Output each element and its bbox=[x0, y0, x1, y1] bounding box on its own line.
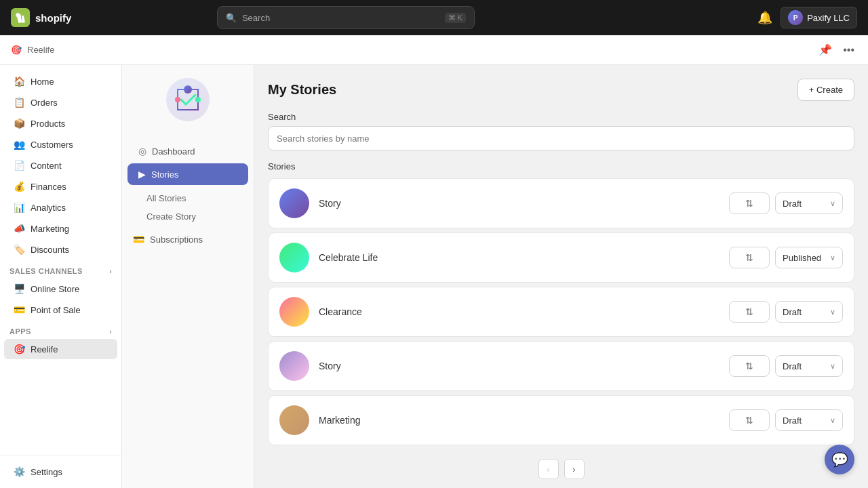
sidebar-item-home[interactable]: 🏠 Home bbox=[4, 71, 117, 92]
search-section: Search bbox=[268, 112, 854, 150]
secondary-nav-label-stories: Stories bbox=[151, 169, 178, 180]
sidebar-label-point-of-sale: Point of Sale bbox=[31, 305, 81, 315]
prev-page-button[interactable]: ‹ bbox=[538, 459, 559, 479]
status-chevron-3: ∨ bbox=[830, 308, 835, 317]
secondary-sidebar: ◎ Dashboard ▶ Stories All Stories Create… bbox=[122, 65, 254, 488]
sidebar-item-products[interactable]: 📦 Products bbox=[4, 113, 117, 134]
search-placeholder-text: Search bbox=[242, 13, 270, 23]
secondary-nav-stories[interactable]: ▶ Stories bbox=[127, 163, 248, 185]
sidebar-item-marketing[interactable]: 📣 Marketing bbox=[4, 218, 117, 239]
sidebar-item-reelife[interactable]: 🎯 Reelife bbox=[4, 339, 117, 359]
more-options-button[interactable]: ••• bbox=[840, 41, 857, 59]
story-card-2: Celebrate Life ⇅ Published ∨ bbox=[268, 232, 854, 283]
next-page-button[interactable]: › bbox=[564, 459, 585, 479]
breadcrumb-bar: 🎯 Reelife 📌 ••• bbox=[0, 35, 868, 65]
sort-icon-4: ⇅ bbox=[745, 361, 753, 371]
status-chevron-4: ∨ bbox=[830, 362, 835, 371]
sidebar-item-settings[interactable]: ⚙️ Settings bbox=[4, 462, 117, 482]
global-search-bar[interactable]: 🔍 Search ⌘ K bbox=[217, 6, 475, 29]
subscriptions-label: Subscriptions bbox=[150, 235, 203, 245]
story-sort-button-1[interactable]: ⇅ bbox=[729, 192, 770, 214]
account-avatar: P bbox=[788, 10, 803, 25]
story-sort-button-3[interactable]: ⇅ bbox=[729, 301, 770, 323]
story-status-dropdown-3[interactable]: Draft ∨ bbox=[775, 301, 843, 323]
svg-point-1 bbox=[184, 85, 192, 94]
stories-section-label: Stories bbox=[268, 161, 854, 171]
story-controls-2: ⇅ Published ∨ bbox=[729, 247, 843, 268]
secondary-nav-dashboard[interactable]: ◎ Dashboard bbox=[127, 140, 248, 162]
sort-icon-5: ⇅ bbox=[745, 415, 753, 426]
shopify-logo[interactable]: shopify bbox=[11, 8, 71, 27]
story-status-label-5: Draft bbox=[783, 415, 802, 426]
sidebar-label-marketing: Marketing bbox=[31, 224, 69, 234]
story-sort-button-4[interactable]: ⇅ bbox=[729, 355, 770, 377]
sidebar-item-customers[interactable]: 👥 Customers bbox=[4, 134, 117, 155]
page-header: My Stories + Create bbox=[268, 79, 854, 101]
shopify-logo-icon bbox=[11, 8, 30, 27]
create-story-label: Create Story bbox=[146, 211, 196, 222]
customers-icon: 👥 bbox=[14, 139, 25, 150]
sidebar-label-products: Products bbox=[31, 119, 65, 129]
sidebar-navigation: 🏠 Home 📋 Orders 📦 Products 👥 Customers 📄… bbox=[0, 65, 121, 455]
story-sort-button-2[interactable]: ⇅ bbox=[729, 247, 770, 268]
sidebar-label-discounts: Discounts bbox=[31, 245, 69, 255]
breadcrumb-app-icon: 🎯 bbox=[11, 45, 22, 55]
sidebar-item-orders[interactable]: 📋 Orders bbox=[4, 92, 117, 113]
analytics-icon: 📊 bbox=[14, 202, 25, 213]
sidebar-label-home: Home bbox=[31, 77, 54, 87]
sidebar-label-content: Content bbox=[31, 161, 62, 171]
account-button[interactable]: P Paxify LLC bbox=[781, 7, 857, 28]
secondary-nav-all-stories[interactable]: All Stories bbox=[136, 189, 254, 207]
sidebar-item-content[interactable]: 📄 Content bbox=[4, 155, 117, 176]
search-label: Search bbox=[268, 112, 854, 122]
notifications-button[interactable]: 🔔 bbox=[757, 10, 772, 25]
story-name-5: Marketing bbox=[319, 415, 719, 426]
sidebar-label-analytics: Analytics bbox=[31, 203, 66, 213]
sidebar-item-finances[interactable]: 💰 Finances bbox=[4, 176, 117, 197]
chat-widget[interactable]: 💬 bbox=[825, 445, 854, 474]
chat-icon: 💬 bbox=[831, 451, 848, 468]
online-store-icon: 🖥️ bbox=[14, 283, 25, 294]
sidebar-item-point-of-sale[interactable]: 💳 Point of Sale bbox=[4, 300, 117, 320]
story-status-label-1: Draft bbox=[783, 199, 802, 209]
story-card-4: Story ⇅ Draft ∨ bbox=[268, 341, 854, 391]
secondary-nav-create-story[interactable]: Create Story bbox=[136, 207, 254, 226]
story-thumbnail-2 bbox=[279, 243, 309, 272]
dashboard-icon: ◎ bbox=[138, 146, 146, 157]
shopify-text: shopify bbox=[35, 12, 71, 24]
status-chevron-5: ∨ bbox=[830, 416, 835, 425]
create-button[interactable]: + Create bbox=[797, 79, 854, 101]
sort-icon-3: ⇅ bbox=[745, 306, 753, 317]
top-navigation: shopify 🔍 Search ⌘ K 🔔 P Paxify LLC bbox=[0, 0, 868, 35]
story-status-label-2: Published bbox=[783, 253, 821, 263]
nav-right-area: 🔔 P Paxify LLC bbox=[757, 7, 857, 28]
story-thumbnail-3 bbox=[279, 297, 309, 327]
story-status-dropdown-4[interactable]: Draft ∨ bbox=[775, 355, 843, 377]
story-sort-button-5[interactable]: ⇅ bbox=[729, 409, 770, 431]
secondary-nav-subscriptions[interactable]: 💳 Subscriptions bbox=[122, 228, 254, 250]
story-search-input[interactable] bbox=[268, 126, 854, 150]
page-title: My Stories bbox=[268, 82, 336, 98]
story-name-1: Story bbox=[319, 198, 719, 209]
sidebar-item-discounts[interactable]: 🏷️ Discounts bbox=[4, 239, 117, 260]
prev-icon: ‹ bbox=[547, 464, 549, 474]
story-name-2: Celebrate Life bbox=[319, 252, 719, 263]
svg-point-2 bbox=[195, 97, 201, 102]
sort-icon-2: ⇅ bbox=[745, 252, 753, 263]
search-icon: 🔍 bbox=[226, 13, 237, 23]
stories-icon: ▶ bbox=[138, 169, 146, 180]
sidebar-item-online-store[interactable]: 🖥️ Online Store bbox=[4, 279, 117, 299]
story-controls-3: ⇅ Draft ∨ bbox=[729, 301, 843, 323]
status-chevron-1: ∨ bbox=[830, 199, 835, 208]
subscriptions-icon: 💳 bbox=[133, 234, 144, 245]
sidebar-bottom: ⚙️ Settings bbox=[0, 455, 121, 488]
pin-button[interactable]: 📌 bbox=[816, 41, 835, 59]
sidebar-item-analytics[interactable]: 📊 Analytics bbox=[4, 197, 117, 218]
account-name: Paxify LLC bbox=[807, 13, 850, 23]
story-status-dropdown-1[interactable]: Draft ∨ bbox=[775, 192, 843, 214]
apps-chevron: › bbox=[109, 328, 112, 336]
story-status-dropdown-5[interactable]: Draft ∨ bbox=[775, 409, 843, 431]
breadcrumb-actions: 📌 ••• bbox=[816, 41, 857, 59]
story-status-dropdown-2[interactable]: Published ∨ bbox=[775, 247, 843, 268]
story-card-5: Marketing ⇅ Draft ∨ bbox=[268, 395, 854, 445]
